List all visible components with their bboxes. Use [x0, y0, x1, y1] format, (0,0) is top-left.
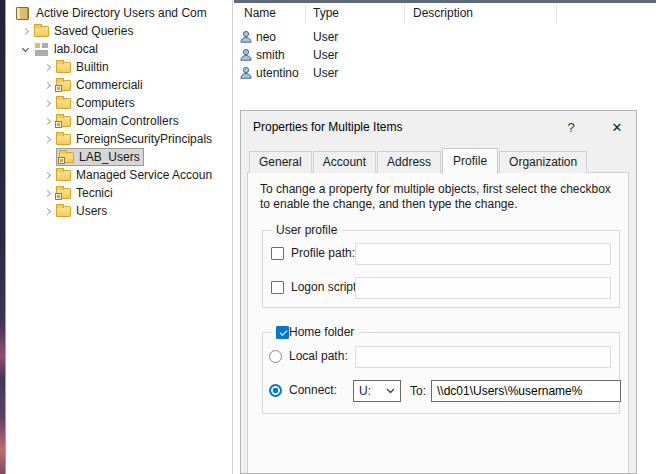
folder-icon	[34, 25, 49, 38]
help-button[interactable]: ?	[559, 115, 583, 139]
user-profile-group: User profile Profile path: Logon script:	[262, 230, 620, 308]
properties-dialog: Properties for Multiple Items ? ✕ Genera…	[240, 110, 637, 474]
expander-collapsed-icon[interactable]	[18, 23, 34, 39]
profile-tab-panel: To change a property for multiple object…	[247, 172, 629, 474]
expander-collapsed-icon[interactable]	[40, 167, 56, 183]
list-row-neo[interactable]: neo User	[234, 28, 564, 46]
tree-item-tecnici[interactable]: Tecnici	[6, 184, 232, 202]
expander-collapsed-icon[interactable]	[40, 113, 56, 129]
drive-letter-select[interactable]: U:	[353, 380, 401, 402]
expander-collapsed-icon[interactable]	[40, 59, 56, 75]
chevron-down-icon	[386, 388, 395, 394]
tree-item-lab-users-selected[interactable]: LAB_Users	[6, 148, 232, 166]
toolbar-edge	[234, 0, 656, 3]
expander-collapsed-icon[interactable]	[40, 77, 56, 93]
profile-path-checkbox[interactable]	[271, 247, 284, 260]
logon-script-field[interactable]	[355, 277, 611, 299]
to-label: To:	[410, 384, 426, 398]
tree-root-aduc[interactable]: Active Directory Users and Com	[6, 4, 232, 22]
tree-item-foreign-security-principals[interactable]: ForeignSecurityPrincipals	[6, 130, 232, 148]
connect-radio[interactable]	[269, 384, 282, 397]
tree-item-users[interactable]: Users	[6, 202, 232, 220]
tree-item-managed-service-accounts[interactable]: Managed Service Accoun	[6, 166, 232, 184]
expander-collapsed-icon[interactable]	[40, 203, 56, 219]
tab-address[interactable]: Address	[377, 151, 441, 173]
connect-path-field[interactable]: \\dc01\Users\%username%	[431, 380, 621, 402]
tree-item-lab-local[interactable]: lab.local	[6, 40, 232, 58]
list-row-smith[interactable]: smith User	[234, 46, 564, 64]
connect-label: Connect:	[289, 383, 337, 397]
column-header-type[interactable]: Type	[313, 6, 339, 20]
local-path-row: Local path:	[269, 349, 348, 363]
tree-item-computers[interactable]: Computers	[6, 94, 232, 112]
console-tree-pane: Active Directory Users and Com Saved Que…	[6, 0, 233, 474]
folder-icon	[56, 205, 71, 218]
profile-path-row: Profile path:	[271, 246, 355, 260]
column-separator[interactable]	[404, 4, 405, 24]
list-row-utentino[interactable]: utentino User	[234, 64, 564, 82]
home-folder-label: Home folder	[289, 325, 354, 339]
column-separator[interactable]	[305, 4, 306, 24]
expander-collapsed-icon[interactable]	[40, 95, 56, 111]
tree-item-builtin[interactable]: Builtin	[6, 58, 232, 76]
connect-row: Connect:	[269, 383, 337, 397]
tab-profile[interactable]: Profile	[442, 148, 498, 174]
user-icon	[239, 66, 253, 83]
column-header-name[interactable]: Name	[244, 6, 276, 20]
tree-item-saved-queries[interactable]: Saved Queries	[6, 22, 232, 40]
instruction-text: To change a property for multiple object…	[260, 182, 612, 212]
logon-script-label: Logon script:	[291, 280, 360, 294]
ou-folder-icon	[56, 187, 71, 200]
folder-icon	[56, 61, 71, 74]
expander-collapsed-icon[interactable]	[40, 131, 56, 147]
tab-account[interactable]: Account	[313, 151, 376, 173]
home-folder-legend: Home folder	[271, 325, 359, 339]
local-path-field[interactable]	[355, 346, 611, 368]
column-separator[interactable]	[556, 4, 557, 24]
home-folder-checkbox[interactable]	[276, 326, 289, 339]
folder-icon	[56, 97, 71, 110]
ou-folder-icon	[56, 115, 71, 128]
expander-expanded-icon[interactable]	[18, 41, 34, 57]
local-path-radio[interactable]	[269, 350, 282, 363]
profile-path-field[interactable]	[355, 243, 611, 265]
user-icon	[239, 48, 253, 65]
tree-item-commerciali[interactable]: Commerciali	[6, 76, 232, 94]
drive-letter-value: U:	[359, 384, 371, 398]
local-path-label: Local path:	[289, 349, 348, 363]
ou-folder-icon	[56, 79, 71, 92]
folder-icon	[56, 169, 71, 182]
console-root-icon	[16, 7, 31, 20]
tab-organization[interactable]: Organization	[499, 151, 587, 173]
tab-general[interactable]: General	[249, 151, 312, 173]
domain-icon	[34, 43, 49, 56]
column-header-description[interactable]: Description	[413, 6, 473, 20]
user-profile-legend: User profile	[271, 223, 342, 237]
logon-script-checkbox[interactable]	[271, 281, 284, 294]
profile-path-label: Profile path:	[291, 246, 355, 260]
tab-strip: General Account Address Profile Organiza…	[249, 149, 588, 173]
user-icon	[239, 30, 253, 47]
dialog-title: Properties for Multiple Items	[253, 120, 402, 134]
ou-folder-icon	[59, 151, 74, 164]
expander-collapsed-icon[interactable]	[40, 185, 56, 201]
tree-item-domain-controllers[interactable]: Domain Controllers	[6, 112, 232, 130]
close-icon[interactable]: ✕	[599, 113, 635, 141]
home-folder-group: Home folder Local path: Connect: U: To: …	[262, 332, 620, 414]
tree-root-label: Active Directory Users and Com	[36, 6, 207, 20]
folder-icon	[56, 133, 71, 146]
tree-selection-highlight: LAB_Users	[56, 148, 144, 166]
logon-script-row: Logon script:	[271, 280, 360, 294]
